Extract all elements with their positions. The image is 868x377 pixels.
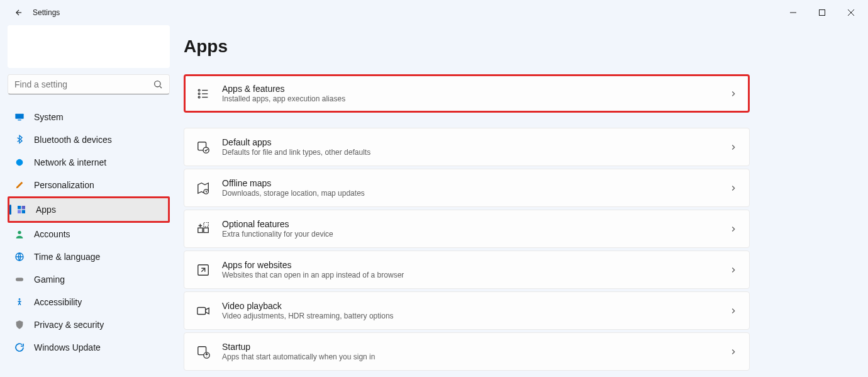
video-icon [196, 303, 211, 318]
svg-rect-21 [198, 228, 203, 232]
card-optional-features[interactable]: Optional features Extra functionality fo… [184, 210, 750, 248]
svg-rect-5 [15, 114, 23, 119]
apps-features-icon [196, 86, 211, 101]
svg-rect-22 [204, 228, 208, 232]
maximize-button[interactable] [808, 3, 837, 23]
sidebar-item-network[interactable]: Network & internet [8, 151, 170, 174]
accessibility-icon [14, 296, 25, 308]
sidebar-item-label: Windows Update [34, 342, 101, 352]
card-title: Video playback [222, 301, 729, 311]
card-title: Startup [222, 342, 729, 352]
svg-point-4 [155, 81, 160, 87]
sidebar-item-label: Gaming [34, 274, 65, 284]
search-box[interactable] [8, 74, 170, 94]
update-icon [14, 342, 25, 353]
card-subtitle: Defaults for file and link types, other … [222, 148, 729, 157]
profile-card[interactable] [8, 25, 170, 68]
window-controls [779, 3, 865, 23]
sidebar-item-privacy[interactable]: Privacy & security [8, 313, 170, 336]
chevron-right-icon [729, 225, 738, 234]
brush-icon [14, 179, 25, 191]
card-subtitle: Websites that can open in an app instead… [222, 271, 729, 279]
shield-icon [14, 319, 25, 330]
chevron-right-icon [729, 89, 738, 98]
sidebar-item-apps-highlight: Apps [8, 196, 170, 223]
search-input[interactable] [14, 79, 147, 89]
card-subtitle: Extra functionality for your device [222, 230, 729, 239]
svg-point-14 [19, 298, 21, 300]
gamepad-icon [14, 274, 25, 285]
card-apps-websites[interactable]: Apps for websites Websites that can open… [184, 250, 750, 289]
svg-rect-1 [820, 10, 825, 16]
card-title: Apps for websites [222, 260, 729, 270]
svg-rect-10 [22, 210, 25, 213]
svg-rect-6 [18, 120, 21, 120]
startup-icon [196, 344, 211, 359]
window-title: Settings [33, 8, 60, 17]
bluetooth-icon [14, 134, 25, 145]
card-subtitle: Downloads, storage location, map updates [222, 189, 729, 198]
svg-point-16 [198, 93, 200, 94]
nav-list: System Bluetooth & devices Network & int… [8, 106, 170, 359]
globe-icon [14, 251, 25, 262]
back-button[interactable] [9, 3, 29, 23]
close-button[interactable] [837, 3, 865, 23]
card-title: Apps & features [222, 84, 729, 94]
svg-rect-9 [18, 210, 21, 213]
svg-rect-25 [198, 307, 206, 314]
chevron-right-icon [729, 266, 738, 274]
sidebar-item-time-language[interactable]: Time & language [8, 245, 170, 268]
svg-rect-23 [204, 222, 208, 227]
card-subtitle: Apps that start automatically when you s… [222, 352, 729, 361]
chevron-right-icon [729, 184, 738, 193]
card-offline-maps[interactable]: Offline maps Downloads, storage location… [184, 169, 750, 207]
sidebar-item-label: Privacy & security [34, 320, 104, 330]
apps-icon [16, 204, 27, 215]
svg-rect-8 [22, 206, 25, 209]
card-apps-features[interactable]: Apps & features Installed apps, app exec… [184, 74, 750, 113]
svg-rect-13 [16, 278, 23, 281]
card-title: Optional features [222, 219, 729, 229]
sidebar-item-label: Bluetooth & devices [34, 135, 112, 145]
main-content: Apps Apps & features Installed apps, app… [177, 25, 868, 377]
card-subtitle: Video adjustments, HDR streaming, batter… [222, 312, 729, 320]
chevron-right-icon [729, 143, 738, 152]
sidebar-item-personalization[interactable]: Personalization [8, 174, 170, 196]
minimize-button[interactable] [779, 3, 808, 23]
settings-card-list: Apps & features Installed apps, app exec… [184, 74, 855, 371]
chevron-right-icon [729, 307, 738, 315]
sidebar-item-label: Personalization [34, 180, 94, 190]
sidebar-item-bluetooth[interactable]: Bluetooth & devices [8, 128, 170, 151]
person-icon [14, 228, 25, 240]
apps-websites-icon [196, 262, 211, 278]
chevron-right-icon [729, 347, 738, 356]
sidebar-item-label: Accounts [34, 229, 70, 239]
page-title: Apps [184, 37, 855, 57]
card-startup[interactable]: Startup Apps that start automatically wh… [184, 332, 750, 371]
sidebar-item-label: Apps [36, 205, 56, 215]
sidebar-item-system[interactable]: System [8, 106, 170, 128]
svg-rect-7 [18, 206, 21, 209]
sidebar: System Bluetooth & devices Network & int… [0, 25, 177, 377]
search-icon [153, 79, 163, 89]
sidebar-item-windows-update[interactable]: Windows Update [8, 336, 170, 359]
sidebar-item-label: Time & language [34, 252, 100, 262]
default-apps-icon [196, 140, 211, 155]
svg-point-11 [18, 231, 21, 234]
card-title: Offline maps [222, 178, 729, 188]
sidebar-item-label: Accessibility [34, 297, 82, 307]
card-subtitle: Installed apps, app execution aliases [222, 94, 729, 103]
sidebar-item-gaming[interactable]: Gaming [8, 268, 170, 291]
card-default-apps[interactable]: Default apps Defaults for file and link … [184, 128, 750, 166]
optional-features-icon [196, 222, 211, 237]
sidebar-item-label: System [34, 112, 64, 122]
sidebar-item-apps[interactable]: Apps [9, 198, 168, 221]
sidebar-item-accounts[interactable]: Accounts [8, 223, 170, 245]
monitor-icon [14, 111, 25, 123]
card-title: Default apps [222, 137, 729, 147]
card-video-playback[interactable]: Video playback Video adjustments, HDR st… [184, 291, 750, 330]
sidebar-item-label: Network & internet [34, 157, 106, 167]
sidebar-item-accessibility[interactable]: Accessibility [8, 291, 170, 313]
map-icon [196, 181, 211, 196]
svg-point-15 [198, 89, 200, 91]
